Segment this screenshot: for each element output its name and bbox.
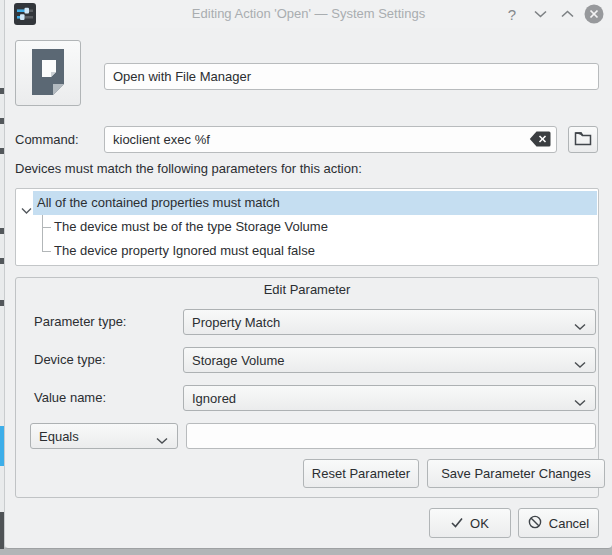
titlebar[interactable]: Editing Action 'Open' — System Settings … [5,0,612,28]
button-label: OK [470,516,489,531]
tree-row-child[interactable]: The device must be of the type Storage V… [16,215,598,239]
value-name-select[interactable]: Ignored [183,385,596,411]
action-icon-button[interactable] [15,40,81,106]
command-input[interactable] [104,126,557,153]
chevron-down-icon [574,357,586,372]
action-name-input[interactable] [104,63,599,90]
device-type-select[interactable]: Storage Volume [183,347,596,373]
clear-text-backspace-icon[interactable] [529,131,551,147]
device-type-label: Device type: [34,347,106,373]
chevron-down-icon [574,319,586,334]
browse-command-button[interactable] [568,126,598,153]
tree-item-label: The device must be of the type Storage V… [54,215,328,239]
parameter-value-input[interactable] [186,423,596,449]
document-icon [28,47,68,100]
chevron-down-icon [156,433,168,448]
button-label: Cancel [549,516,589,531]
command-label: Command: [15,126,79,153]
selected-option: Equals [39,429,79,444]
maximize-button[interactable] [556,4,578,24]
button-label: Save Parameter Changes [441,466,591,481]
ok-button[interactable]: OK [429,508,511,538]
chevron-down-icon[interactable] [21,199,32,207]
parameter-type-label: Parameter type: [34,309,127,335]
edit-parameter-group: Edit Parameter Parameter type: Property … [15,277,599,498]
close-button[interactable] [583,4,605,24]
checkmark-icon [451,516,463,531]
selected-option: Storage Volume [192,353,285,368]
help-button[interactable]: ? [501,4,523,24]
tree-row-root[interactable]: All of the contained properties must mat… [16,191,598,215]
prohibition-icon [528,515,542,532]
folder-icon [574,131,592,149]
tree-row-child[interactable]: The device property Ignored must equal f… [16,239,598,263]
reset-parameter-button[interactable]: Reset Parameter [303,459,419,488]
edit-action-dialog: Editing Action 'Open' — System Settings … [4,0,612,549]
save-parameter-changes-button[interactable]: Save Parameter Changes [427,459,605,488]
chevron-down-icon [574,395,586,410]
parameter-type-select[interactable]: Property Match [183,309,596,335]
group-title: Edit Parameter [16,282,598,297]
tree-item-label: All of the contained properties must mat… [37,191,280,215]
selected-option: Property Match [192,315,280,330]
tree-item-label: The device property Ignored must equal f… [54,239,315,263]
value-name-label: Value name: [34,385,106,411]
devices-hint-label: Devices must match the following paramet… [15,161,362,176]
cancel-button[interactable]: Cancel [518,508,599,538]
parameters-tree[interactable]: All of the contained properties must mat… [15,188,599,266]
operator-select[interactable]: Equals [30,423,178,449]
button-label: Reset Parameter [312,466,410,481]
minimize-button[interactable] [529,4,551,24]
selected-option: Ignored [192,391,236,406]
